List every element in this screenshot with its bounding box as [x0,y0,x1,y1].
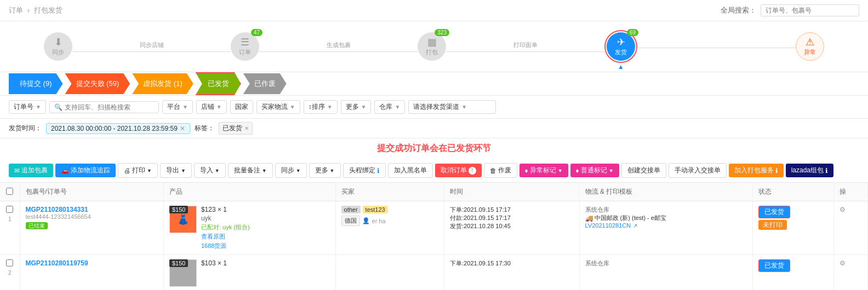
date-filter-close[interactable]: ✕ [180,125,185,132]
row1-buyer-cell: other test123 德国 👤 er ha [335,201,444,255]
cancel-order-button[interactable]: 取消订单 ! [435,164,482,177]
table-area: 包裹号/订单号 产品 买家 时间 物流 & 打印模板 状态 操 1 MGP211… [0,183,868,290]
row1-print-status: 未打印 [758,221,787,230]
action-bar: ✉ 追加包裹 🚗 添加物流追踪 🖨 打印 ▼ 导出 ▼ 导入 ▼ 批量备注 ▼ … [0,159,868,183]
logistics-icon: 🚗 [61,167,69,175]
filter-platform[interactable]: 平台 ▼ [162,100,193,114]
step-circle-pack[interactable]: 323 ▦ 打包 [418,32,446,61]
row1-tracking[interactable]: LV202110281CN [585,222,631,229]
more-button[interactable]: 更多 ▼ [309,163,341,178]
connector-4 [637,45,796,48]
connector-line-4 [637,48,796,48]
row2-shipped-button[interactable]: 已发货 [758,259,790,272]
filter-more[interactable]: 更多 ▼ [341,100,372,114]
export-button[interactable]: 导出 ▼ [160,163,192,178]
center-notice: 提交成功订单会在已发货环节 [0,138,868,159]
global-search-label: 全局搜索： [721,5,756,15]
select-all-checkbox[interactable] [6,188,13,195]
row1-gear-icon[interactable]: ⚙ [840,206,846,213]
step-pack[interactable]: 323 ▦ 打包 [418,32,446,61]
print-button[interactable]: 🖨 打印 ▼ [118,163,158,178]
row1-package-no[interactable]: MGP2110280134331 [26,206,158,213]
filter-shop[interactable]: 店铺 ▼ [196,100,227,114]
date-filter-value: 2021.08.30 00:00:00 - 2021.10.28 23:59:5… [51,125,178,132]
tab-shipped[interactable]: 已发货 [196,72,241,95]
row1-order-cell: MGP2110280134331 test4444-123321456654 已… [20,201,163,255]
abnormal-icon: ⚠ [806,37,814,47]
lazada-group-button[interactable]: lazada组包 ℹ [786,164,833,177]
row2-product-cell: $150 $103 × 1 [163,255,335,291]
row2-order-cell: MGP2110280119759 [20,255,163,291]
th-time: 时间 [444,183,579,201]
filter-warehouse-arrow: ▼ [395,104,400,110]
row1-buyer-country: 德国 👤 er ha [341,216,439,226]
step-sync[interactable]: ⬇ 同步 [44,32,72,61]
row1-shipped-button[interactable]: 已发货 [758,206,790,218]
import-button[interactable]: 导入 ▼ [194,163,226,178]
step-circle-ship[interactable]: 69 ✈ 发货 [607,32,635,61]
abnormal-mark-button[interactable]: ♦ 异常标记 ▼ [519,164,568,177]
tab-failed[interactable]: 提交失败 (59) [65,73,130,94]
tab-virtual[interactable]: 虚拟发货 (1) [132,73,193,94]
filter-shipping-channel[interactable]: 请选择发货渠道 ▼ [408,100,496,114]
filter-more-arrow: ▼ [361,104,367,110]
search-input[interactable] [65,103,152,111]
filter-order-no[interactable]: 订单号 ▼ [9,100,46,114]
step-order[interactable]: 47 ☰ 订单 [231,32,259,61]
order-badge: 47 [251,29,262,36]
filter-warehouse[interactable]: 仓库 ▼ [374,100,405,114]
filter-country[interactable]: 国家 [230,100,253,114]
filter-sort-arrow: ▼ [327,104,333,110]
ship-badge: 69 [627,29,638,36]
row1-checkbox[interactable] [6,206,13,213]
head-binding-button[interactable]: 头程绑定 ℹ [343,163,386,178]
row2-checkbox[interactable] [6,259,13,266]
row2-gear-icon[interactable]: ⚙ [840,259,846,267]
add-logistics-button[interactable]: 🚗 添加物流追踪 [55,164,116,177]
create-handover-button[interactable]: 创建交接单 [621,163,666,178]
connector-text-2: 生成包裹 [327,41,351,49]
manual-handover-button[interactable]: 手动录入交接单 [669,163,727,178]
blacklist-button[interactable]: 加入黑名单 [388,163,433,178]
row2-time-cell: 下单:2021.09.15 17:30 [444,255,579,291]
breadcrumb-separator: › [27,6,32,14]
step-ship-highlight: 69 ✈ 发货 [604,30,637,63]
print-icon: 🖨 [124,167,130,175]
step-ship-label: 发货 [615,48,627,56]
step-sync-label: 同步 [52,48,64,56]
sync-button[interactable]: 同步 ▼ [275,163,307,178]
row1-tracking-area: LV202110281CN ↗ [585,222,747,229]
step-circle-sync[interactable]: ⬇ 同步 [44,32,72,61]
row1-ops-cell: ⚙ [834,201,868,255]
row1-view-original[interactable]: 查看原图 [201,233,225,240]
step-circle-order[interactable]: 47 ☰ 订单 [231,32,259,61]
filter-bar: 订单号 ▼ 🔍 平台 ▼ 店铺 ▼ 国家 买家物流 ▼ ↕排序 ▼ 更多 ▼ 仓… [0,96,868,119]
row1-checkbox-cell: 1 [0,201,20,255]
connector-1: 同步店铺 [72,41,231,52]
row1-supplier[interactable]: 1688货源 [201,242,226,249]
batch-note-button[interactable]: 批量备注 ▼ [228,163,273,178]
table-row: 2 MGP2110280119759 $150 $103 × 1 [0,255,868,291]
tab-discarded[interactable]: 已作废 [243,73,287,94]
breadcrumb-item-order[interactable]: 订单 [9,6,23,14]
add-pack-button[interactable]: ✉ 追加包裹 [9,164,53,177]
tab-pending[interactable]: 待提交 (9) [9,73,63,94]
shipping-channel-placeholder: 请选择发货渠道 [413,102,459,112]
row2-checkbox-cell: 2 [0,255,20,291]
th-status: 状态 [753,183,834,201]
step-circle-abnormal[interactable]: ⚠ 异常 [796,32,824,61]
step-ship[interactable]: 69 ✈ 发货 ▲ [604,30,637,63]
more-dropdown-arrow: ▼ [330,168,335,173]
external-link-icon[interactable]: ↗ [633,223,637,229]
row1-num: 1 [5,216,14,222]
discard-button[interactable]: 🗑 作废 [484,163,517,178]
add-pack-service-button[interactable]: 加入打包服务 ℹ [729,164,784,177]
label-filter-close[interactable]: ✕ [244,125,249,131]
row2-package-no[interactable]: MGP2110280119759 [26,259,158,267]
step-abnormal[interactable]: ⚠ 异常 [796,32,824,61]
filter-sort[interactable]: ↕排序 ▼ [304,100,338,114]
filter-buyer-logistics[interactable]: 买家物流 ▼ [256,100,300,114]
normal-mark-button[interactable]: ♦ 普通标记 ▼ [570,164,619,177]
filter-search[interactable]: 🔍 [49,101,159,113]
global-search-input[interactable] [761,4,859,16]
